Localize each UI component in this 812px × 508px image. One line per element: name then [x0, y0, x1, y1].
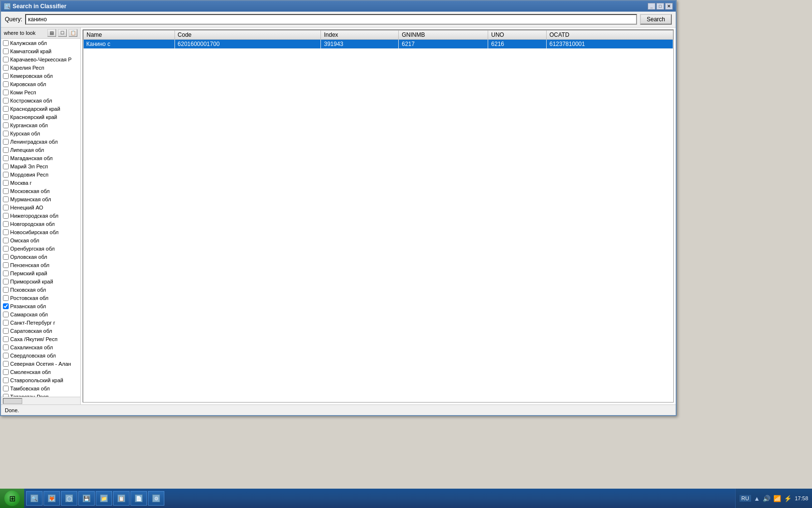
region-item[interactable]: Нижегородская обл — [1, 211, 80, 220]
region-checkbox[interactable] — [3, 287, 9, 293]
taskbar-item-8[interactable]: ⚙ — [148, 491, 164, 506]
region-item[interactable]: Оренбургская обл — [1, 244, 80, 253]
volume-icon[interactable]: 🔊 — [763, 495, 770, 502]
taskbar-item-7[interactable]: 📄 — [130, 491, 147, 506]
region-item[interactable]: Москва г — [1, 179, 80, 187]
start-button[interactable]: ⊞ — [0, 489, 24, 508]
region-item[interactable]: Ставропольский край — [1, 376, 80, 384]
taskbar-item-4[interactable]: 💾 — [78, 491, 95, 506]
region-checkbox[interactable] — [3, 48, 9, 54]
taskbar-item-1[interactable]: 🔍 — [26, 491, 43, 506]
results-table-container[interactable]: Name Code Index GNINMB UNO OCATD Канино … — [83, 30, 674, 403]
maximize-button[interactable]: □ — [656, 3, 664, 10]
region-checkbox[interactable] — [3, 180, 9, 186]
region-checkbox[interactable] — [3, 90, 9, 95]
horizontal-scroll[interactable] — [1, 397, 80, 404]
region-item[interactable]: Ненецкий АО — [1, 203, 80, 211]
region-checkbox[interactable] — [3, 386, 9, 391]
region-checkbox[interactable] — [3, 270, 9, 276]
region-item[interactable]: Карелия Респ — [1, 63, 80, 72]
region-item[interactable]: Карачаево-Черкесская Р — [1, 55, 80, 63]
region-checkbox[interactable] — [3, 98, 9, 104]
region-item[interactable]: Пермский край — [1, 269, 80, 277]
region-checkbox[interactable] — [3, 369, 9, 375]
region-checkbox[interactable] — [3, 221, 9, 227]
region-item[interactable]: Орловская обл — [1, 253, 80, 261]
region-checkbox[interactable] — [3, 155, 9, 161]
region-item[interactable]: Марий Эл Респ — [1, 162, 80, 170]
region-checkbox[interactable] — [3, 344, 9, 350]
query-input[interactable] — [25, 14, 637, 25]
region-item[interactable]: Пензенская обл — [1, 261, 80, 269]
region-item[interactable]: Краснодарский край — [1, 105, 80, 113]
region-checkbox[interactable] — [3, 246, 9, 252]
close-button[interactable]: ✕ — [665, 3, 673, 10]
region-checkbox[interactable] — [3, 229, 9, 235]
region-checkbox[interactable] — [3, 303, 9, 309]
region-item[interactable]: Московская обл — [1, 187, 80, 195]
region-checkbox[interactable] — [3, 320, 9, 326]
region-item[interactable]: Самарская обл — [1, 310, 80, 318]
region-checkbox[interactable] — [3, 205, 9, 210]
region-item[interactable]: Курская обл — [1, 129, 80, 137]
region-item[interactable]: Тамбовская обл — [1, 384, 80, 392]
region-checkbox[interactable] — [3, 254, 9, 260]
region-item[interactable]: Курганская обл — [1, 121, 80, 129]
region-checkbox[interactable] — [3, 238, 9, 243]
network-icon[interactable]: 📶 — [773, 495, 781, 502]
region-checkbox[interactable] — [3, 114, 9, 120]
region-item[interactable]: Красноярский край — [1, 113, 80, 121]
region-checkbox[interactable] — [3, 106, 9, 112]
region-item[interactable]: Костромская обл — [1, 96, 80, 105]
region-checkbox[interactable] — [3, 262, 9, 268]
region-checkbox[interactable] — [3, 295, 9, 301]
region-item[interactable]: Свердловская обл — [1, 351, 80, 359]
region-checkbox[interactable] — [3, 139, 9, 145]
region-checkbox[interactable] — [3, 312, 9, 317]
region-item[interactable]: Татарстан Респ — [1, 392, 80, 397]
region-item[interactable]: Мордовия Респ — [1, 170, 80, 179]
region-list[interactable]: Калужская облКамчатский крайКарачаево-Че… — [1, 39, 80, 397]
region-item[interactable]: Омская обл — [1, 236, 80, 244]
region-item[interactable]: Мурманская обл — [1, 195, 80, 203]
region-checkbox[interactable] — [3, 353, 9, 359]
region-checkbox[interactable] — [3, 73, 9, 79]
region-item[interactable]: Кировская обл — [1, 80, 80, 88]
region-checkbox[interactable] — [3, 196, 9, 202]
taskbar-item-2[interactable]: 🦊 — [44, 491, 60, 506]
region-checkbox[interactable] — [3, 164, 9, 169]
toolbar-btn-2[interactable]: ☐ — [58, 29, 67, 37]
region-checkbox[interactable] — [3, 361, 9, 367]
region-item[interactable]: Сахалинская обл — [1, 343, 80, 351]
region-checkbox[interactable] — [3, 188, 9, 194]
region-item[interactable]: Саха /Якутия/ Респ — [1, 335, 80, 343]
region-checkbox[interactable] — [3, 131, 9, 136]
region-item[interactable]: Калужская обл — [1, 39, 80, 47]
toolbar-btn-3[interactable]: 📋 — [69, 29, 77, 37]
region-item[interactable]: Липецкая обл — [1, 146, 80, 154]
region-item[interactable]: Приморский край — [1, 277, 80, 285]
region-checkbox[interactable] — [3, 147, 9, 153]
region-checkbox[interactable] — [3, 81, 9, 87]
region-checkbox[interactable] — [3, 122, 9, 128]
region-item[interactable]: Камчатский край — [1, 47, 80, 55]
region-item[interactable]: Саратовская обл — [1, 327, 80, 335]
taskbar-item-3[interactable]: ◯ — [61, 491, 77, 506]
region-checkbox[interactable] — [3, 213, 9, 219]
region-item[interactable]: Северная Осетия - Алан — [1, 359, 80, 368]
toolbar-btn-1[interactable]: ▤ — [47, 29, 56, 37]
table-row[interactable]: Канино с62016000017003919436217621661237… — [84, 40, 673, 49]
region-checkbox[interactable] — [3, 377, 9, 383]
region-checkbox[interactable] — [3, 279, 9, 284]
region-checkbox[interactable] — [3, 328, 9, 334]
region-item[interactable]: Ростовская обл — [1, 294, 80, 302]
region-checkbox[interactable] — [3, 336, 9, 342]
region-checkbox[interactable] — [3, 172, 9, 178]
region-item[interactable]: Магаданская обл — [1, 154, 80, 162]
region-item[interactable]: Кемеровская обл — [1, 72, 80, 80]
region-item[interactable]: Рязанская обл — [1, 302, 80, 310]
region-item[interactable]: Санкт-Петербург г — [1, 318, 80, 327]
region-item[interactable]: Ленинградская обл — [1, 137, 80, 146]
region-item[interactable]: Псковская обл — [1, 285, 80, 294]
minimize-button[interactable]: _ — [648, 3, 655, 10]
